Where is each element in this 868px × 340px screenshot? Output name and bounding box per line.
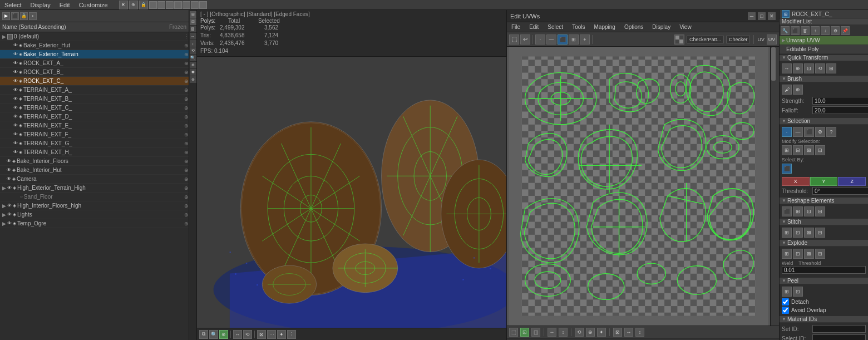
uv-icon[interactable]: UV (767, 35, 777, 45)
toolbar-icon-select[interactable]: ✕ (119, 1, 128, 9)
peel-icon-1[interactable]: ⊞ (782, 287, 792, 297)
explode-icon-1[interactable]: ⊞ (782, 249, 792, 259)
customize-menu[interactable]: Customize (77, 1, 110, 9)
threshold-input[interactable] (812, 187, 868, 195)
scene-toolbar-icon-3[interactable]: 🔒 (20, 12, 28, 20)
left-icon-4[interactable]: ↔ (190, 33, 196, 40)
modifier-icon-settings[interactable]: ⚙ (831, 26, 840, 35)
tree-item-bake-exterior-terrain[interactable]: ▶ 👁 ◈ Bake_Exterior_Terrain ⊕ (0, 50, 189, 59)
stitch-icon-3[interactable]: ⊠ (804, 228, 814, 238)
uv-scroll-bar[interactable] (770, 47, 779, 326)
tree-item-terrain-c[interactable]: ▶ 👁 ◈ TERRAIN_EXT_C_ ⊕ (0, 104, 189, 112)
qt-scale-icon[interactable]: ⊡ (804, 63, 814, 73)
uv-minimize-button[interactable]: ─ (748, 12, 756, 20)
left-icon-10[interactable]: ⊚ (190, 76, 196, 83)
modifier-icon-wrench[interactable]: 🔧 (781, 26, 790, 35)
scene-toolbar-icon-1[interactable]: ▶ (2, 12, 10, 20)
sel-vertex-icon[interactable]: · (782, 127, 792, 137)
tree-item-high-interior[interactable]: ▶ 👁 ◈ High_Interior_Floors_high ⊕ (0, 201, 189, 210)
tree-item-lights[interactable]: ▶ 👁 ◈ Lights ⊕ (0, 210, 189, 219)
uv-close-button[interactable]: ✕ (768, 12, 776, 20)
uv-tool-btn-5[interactable]: ↕ (559, 328, 568, 337)
tree-item-rock-ext-c[interactable]: ▶ 👁 ◈ ROCK_EXT_C_ ⊕ (0, 77, 189, 86)
checker-grid-icon[interactable] (674, 35, 684, 45)
vp-btn-zoom[interactable]: 🔍 (209, 330, 218, 339)
vp-btn-scale[interactable]: ⊠ (257, 330, 266, 339)
uv-tool-undo[interactable]: ↩ (520, 35, 530, 45)
edit-menu[interactable]: Edit (57, 1, 72, 9)
uv-menu-mapping[interactable]: Mapping (592, 23, 618, 31)
material-ids-header[interactable]: ▼ Material IDs (780, 316, 868, 323)
x-axis-button[interactable]: X (782, 177, 810, 186)
tree-item-terrain-f[interactable]: ▶ 👁 ◈ TERRAIN_EXT_F_ ⊕ (0, 130, 189, 139)
vp-btn-more[interactable]: ⋯ (267, 330, 276, 339)
reshape-icon-4[interactable]: ⊟ (815, 206, 825, 216)
select-id-input[interactable] (812, 334, 866, 340)
y-axis-button[interactable]: Y (810, 177, 838, 186)
brush-paint-icon[interactable]: 🖌 (782, 85, 792, 95)
sel-edge-icon[interactable]: — (793, 127, 803, 137)
uv-tool-edge[interactable]: — (546, 35, 556, 45)
mod-sel-icon-3[interactable]: ⊠ (804, 145, 814, 155)
uv-canvas[interactable] (507, 47, 770, 326)
modifier-icon-down[interactable]: ↓ (821, 26, 830, 35)
uv-menu-select[interactable]: Select (545, 23, 565, 31)
sel-settings-icon[interactable]: ⚙ (815, 127, 825, 137)
scene-toolbar-icon-4[interactable]: ▪ (29, 12, 37, 20)
checker-type-dropdown[interactable]: Checker (726, 36, 751, 43)
vp-btn-snap[interactable]: ✦ (277, 330, 286, 339)
qt-rotate-icon[interactable]: ⟲ (815, 63, 825, 73)
uv-tool-btn-1[interactable]: ⬚ (509, 328, 518, 337)
tree-item-bake-exterior-hut[interactable]: ▶ 👁 ◈ Bake_Exterior_Hut ⊕ (0, 41, 189, 50)
uv-menu-tools[interactable]: Tools (570, 23, 587, 31)
tree-item-sand-floor[interactable]: ▶ ○ Sand_Floor ⊕ (0, 193, 189, 201)
select-menu[interactable]: Select (2, 1, 24, 9)
reshape-icon-1[interactable]: ⬛ (782, 206, 792, 216)
modifier-unwrap-uvw[interactable]: ▶ Unwrap UVW (780, 36, 868, 45)
left-icon-8[interactable]: ⊕ (190, 62, 196, 68)
checker-dropdown[interactable]: CheckerPatt... (687, 36, 724, 43)
explode-weld-icon[interactable]: ⊡ (793, 249, 803, 259)
vp-btn-move[interactable]: ↔ (233, 330, 242, 339)
tree-item-terrain-d[interactable]: ▶ 👁 ◈ TERRAIN_EXT_D_ ⊕ (0, 112, 189, 121)
uv-mirror-h-btn[interactable]: ↔ (624, 328, 633, 337)
mod-sel-icon-4[interactable]: ⊡ (815, 145, 825, 155)
explode-icon-3[interactable]: ⊠ (804, 249, 814, 259)
brush-falloff-input[interactable] (812, 106, 868, 114)
display-menu[interactable]: Display (28, 1, 53, 9)
stitch-icon-2[interactable]: ⊡ (793, 228, 803, 238)
tree-item-default[interactable]: ▶ 0 (default) ⋮ (0, 32, 189, 41)
toolbar-icon-4[interactable] (174, 1, 182, 9)
vp-btn-rotate[interactable]: ⟲ (243, 330, 252, 339)
sel-by-icon[interactable]: ⬛ (782, 164, 792, 174)
qt-move2-icon[interactable]: ⊕ (793, 63, 803, 73)
detach-checkbox[interactable] (782, 298, 789, 305)
stitch-icon-1[interactable]: ⊞ (782, 228, 792, 238)
uv-tool-btn-2[interactable]: ⊡ (520, 328, 529, 337)
tree-item-rock-ext-b[interactable]: ▶ 👁 ◈ ROCK_EXT_B_ ⊕ (0, 68, 189, 77)
uv-tool-face[interactable]: ⬛ (558, 35, 568, 45)
uv-maximize-button[interactable]: □ (758, 12, 766, 20)
uv-tool-btn-3[interactable]: ◫ (531, 328, 540, 337)
toolbar-icon-5[interactable] (183, 1, 190, 9)
tree-item-terrain-h[interactable]: ▶ 👁 ◈ TERRAIN_EXT_H_ ⊕ (0, 148, 189, 157)
tree-item-terrain-b[interactable]: ▶ 👁 ◈ TERRAIN_EXT_B_ ⊕ (0, 95, 189, 104)
modifier-icon-up[interactable]: ↑ (811, 26, 820, 35)
qt-move-icon[interactable]: ↔ (782, 63, 792, 73)
uv-mirror-v-btn[interactable]: ↕ (635, 328, 644, 337)
left-icon-5[interactable]: ↕ (190, 40, 196, 47)
tree-item-camera[interactable]: ▶ 👁 ◈ Camera ⊕ (0, 175, 189, 184)
left-icon-2[interactable]: ⊡ (190, 18, 196, 25)
mod-sel-icon-2[interactable]: ⊟ (793, 145, 803, 155)
tree-item-terrain-e[interactable]: ▶ 👁 ◈ TERRAIN_EXT_E_ ⊕ (0, 121, 189, 130)
reshape-icon-2[interactable]: ⊞ (793, 206, 803, 216)
uv-tool-more[interactable]: + (580, 35, 590, 45)
uv-menu-view[interactable]: View (677, 23, 694, 31)
tree-item-terrain-g[interactable]: ▶ 👁 ◈ TERRAIN_EXT_G_ ⊕ (0, 139, 189, 148)
explode-header[interactable]: ▼ Explode (780, 240, 868, 247)
tree-item-temp-ogre[interactable]: ▶ 👁 ◈ Temp_Ogre ⊕ (0, 219, 189, 228)
uv-tool-vertex[interactable]: · (535, 35, 545, 45)
vp-btn-obj[interactable]: ⋮ (287, 330, 296, 339)
uv-tool-element[interactable]: ⊞ (569, 35, 579, 45)
reshape-elements-header[interactable]: ▼ Reshape Elements (780, 198, 868, 204)
